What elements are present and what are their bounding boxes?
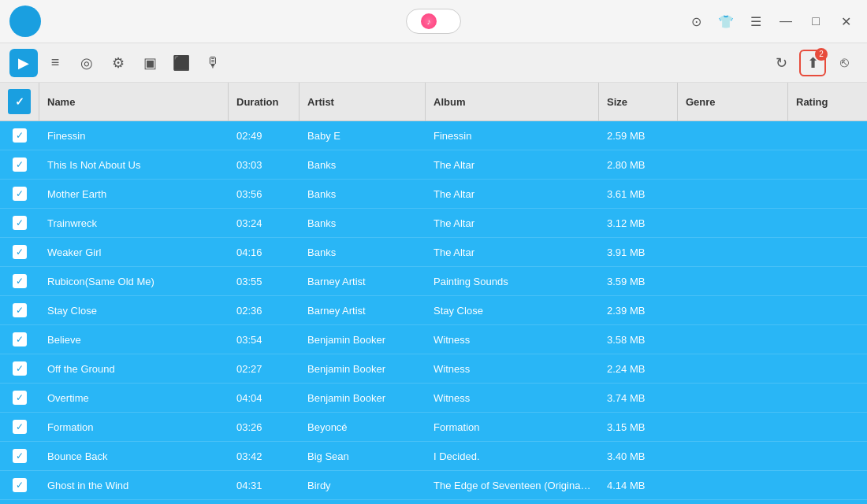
refresh-button[interactable]: ↻	[768, 50, 794, 76]
row-checkbox[interactable]: ✓	[13, 361, 27, 376]
row-checkbox[interactable]: ✓	[13, 158, 27, 172]
app-logo[interactable]	[9, 6, 41, 37]
row-album: I Decided.	[426, 443, 599, 469]
row-name: Formation	[39, 414, 229, 440]
row-album: The Altar	[426, 239, 599, 265]
row-duration: 03:54	[229, 327, 300, 353]
toolbar-video-icon[interactable]: ⬛	[167, 49, 195, 77]
row-rating	[788, 420, 867, 434]
row-album: Witness	[426, 327, 599, 353]
itunes-pill[interactable]: ♪	[406, 9, 461, 34]
table-row: ✓ Bounce Back 03:42 Big Sean I Decided. …	[0, 442, 867, 471]
menu-button[interactable]: ☰	[744, 9, 768, 33]
row-checkbox[interactable]: ✓	[13, 391, 27, 405]
row-album: Formation	[426, 414, 599, 440]
row-album: Witness	[426, 356, 599, 382]
row-checkbox[interactable]: ✓	[13, 478, 27, 492]
row-checkbox-cell[interactable]: ✓	[0, 209, 39, 237]
row-duration: 02:49	[229, 123, 300, 149]
table-row: ✓ Finessin 02:49 Baby E Finessin 2.59 MB	[0, 121, 867, 150]
row-checkbox-cell[interactable]: ✓	[0, 354, 39, 383]
toolbar-settings-icon[interactable]: ⚙	[104, 49, 132, 77]
row-rating	[788, 187, 867, 201]
row-name: Trainwreck	[39, 210, 229, 236]
row-artist: Barney Artist	[300, 269, 426, 295]
row-checkbox[interactable]: ✓	[13, 303, 27, 317]
row-checkbox-cell[interactable]: ✓	[0, 471, 39, 499]
row-checkbox[interactable]: ✓	[13, 332, 27, 346]
row-duration: 03:42	[229, 443, 300, 469]
row-checkbox[interactable]: ✓	[13, 216, 27, 230]
export-button[interactable]: ⬆ 2	[799, 50, 826, 76]
row-genre	[678, 245, 788, 259]
row-checkbox-cell[interactable]: ✓	[0, 384, 39, 412]
minimize-button[interactable]: —	[774, 9, 798, 33]
row-name: PLAYING WITH FIRE	[39, 502, 229, 505]
row-checkbox[interactable]: ✓	[13, 245, 27, 259]
row-checkbox-cell[interactable]: ✓	[0, 238, 39, 266]
table-row: ✓ Weaker Girl 04:16 Banks The Altar 3.91…	[0, 238, 867, 267]
logout-button[interactable]: ⎋	[831, 50, 858, 76]
row-album: The Altar	[426, 181, 599, 207]
row-size: 2.59 MB	[599, 123, 678, 149]
row-size: 3.91 MB	[599, 239, 678, 265]
row-checkbox[interactable]: ✓	[13, 420, 27, 434]
header-name: Name	[39, 83, 229, 120]
row-genre	[678, 187, 788, 201]
row-album: The Edge of Seventeen (Original M...	[426, 472, 599, 498]
row-duration: 04:04	[229, 385, 300, 411]
row-checkbox-cell[interactable]: ✓	[0, 121, 39, 150]
row-checkbox[interactable]: ✓	[13, 449, 27, 463]
toolbar-coins-icon[interactable]: ◎	[73, 49, 101, 77]
row-checkbox-cell[interactable]: ✓	[0, 296, 39, 324]
row-checkbox-cell[interactable]: ✓	[0, 150, 39, 179]
header-duration: Duration	[229, 83, 300, 120]
row-album: The Altar	[426, 210, 599, 236]
row-rating	[788, 449, 867, 463]
row-album: Painting Sounds	[426, 269, 599, 295]
row-duration: 02:27	[229, 356, 300, 382]
row-checkbox[interactable]: ✓	[13, 187, 27, 201]
row-checkbox[interactable]: ✓	[13, 274, 27, 288]
table-row: ✓ Trainwreck 03:24 Banks The Altar 3.12 …	[0, 209, 867, 238]
row-size: 2.80 MB	[599, 152, 678, 178]
row-checkbox-cell[interactable]: ✓	[0, 500, 39, 504]
row-name: Weaker Girl	[39, 239, 229, 265]
row-duration: 02:36	[229, 298, 300, 324]
row-checkbox-cell[interactable]: ✓	[0, 442, 39, 470]
table-row: ✓ Overtime 04:04 Benjamin Booker Witness…	[0, 384, 867, 413]
maximize-button[interactable]: □	[804, 9, 828, 33]
table-row: ✓ Mother Earth 03:56 Banks The Altar 3.6…	[0, 180, 867, 209]
row-genre	[678, 303, 788, 317]
row-name: Mother Earth	[39, 181, 229, 207]
table-container: ✓ Name Duration Artist Album Size Genre …	[0, 83, 867, 504]
row-checkbox-cell[interactable]: ✓	[0, 180, 39, 208]
toolbar: ▶ ≡ ◎ ⚙ ▣ ⬛ 🎙 ↻ ⬆ 2 ⎋	[0, 43, 867, 83]
toolbar-list-icon[interactable]: ≡	[41, 49, 69, 77]
toolbar-music-icon[interactable]: ▶	[9, 49, 38, 77]
toolbar-podcast-icon[interactable]: 🎙	[199, 49, 227, 77]
row-artist: Banks	[300, 181, 426, 207]
search-button[interactable]: ⊙	[684, 9, 708, 33]
row-name: Ghost in the Wind	[39, 472, 229, 498]
header-genre: Genre	[678, 83, 788, 120]
row-checkbox[interactable]: ✓	[13, 128, 27, 143]
header-checkbox[interactable]: ✓	[0, 83, 39, 120]
row-checkbox-cell[interactable]: ✓	[0, 267, 39, 295]
row-album: Witness	[426, 385, 599, 411]
header-album: Album	[426, 83, 599, 120]
row-genre	[678, 361, 788, 376]
row-checkbox-cell[interactable]: ✓	[0, 413, 39, 441]
close-button[interactable]: ✕	[834, 9, 858, 33]
row-name: Overtime	[39, 385, 229, 411]
toolbar-film-icon[interactable]: ▣	[136, 49, 164, 77]
select-all-checkbox[interactable]: ✓	[8, 89, 31, 114]
row-size: 3.59 MB	[599, 269, 678, 295]
tshirt-button[interactable]: 👕	[714, 9, 738, 33]
row-size: 2.24 MB	[599, 356, 678, 382]
row-album: SQUARE TWO	[426, 502, 599, 505]
window-controls: ⊙ 👕 ☰ — □ ✕	[684, 9, 858, 33]
row-genre	[678, 391, 788, 405]
row-checkbox-cell[interactable]: ✓	[0, 325, 39, 354]
row-artist: Big Sean	[300, 443, 426, 469]
